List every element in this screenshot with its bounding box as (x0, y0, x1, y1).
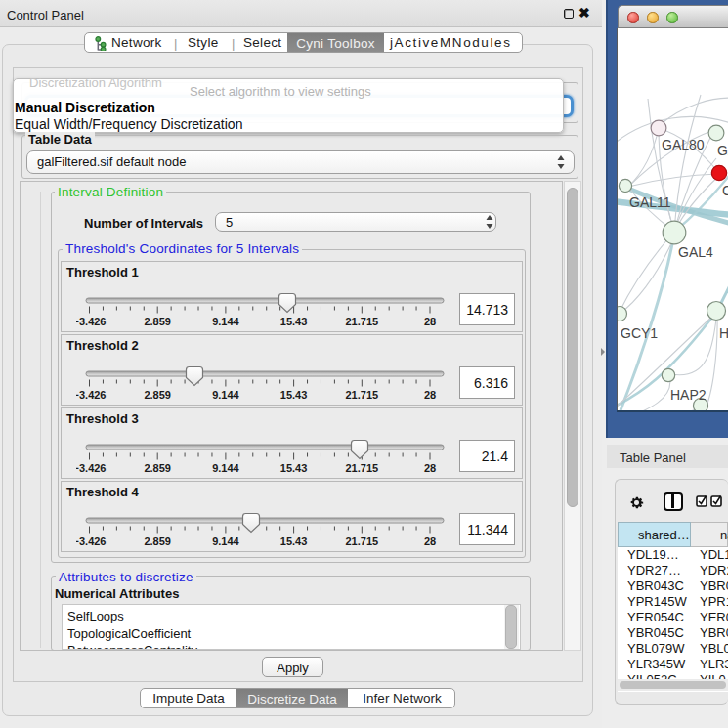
svg-text:GA: GA (717, 143, 728, 158)
svg-text:21.715: 21.715 (345, 389, 378, 401)
svg-text:21.715: 21.715 (345, 316, 378, 327)
svg-text:GCY1: GCY1 (621, 325, 658, 341)
svg-text:GAL4: GAL4 (678, 244, 713, 260)
svg-text:28: 28 (424, 535, 436, 547)
svg-text:−3.426: −3.426 (76, 316, 106, 327)
svg-text:9.144: 9.144 (212, 535, 239, 547)
svg-text:H: H (719, 325, 728, 341)
svg-text:21.715: 21.715 (345, 462, 378, 474)
svg-text:15.43: 15.43 (280, 316, 308, 327)
svg-text:2.859: 2.859 (144, 316, 171, 327)
svg-text:15.43: 15.43 (280, 462, 308, 474)
svg-text:28: 28 (424, 316, 436, 327)
svg-text:GAL11: GAL11 (629, 194, 671, 210)
svg-text:9.144: 9.144 (212, 389, 239, 401)
svg-text:28: 28 (424, 462, 436, 474)
svg-text:2.859: 2.859 (144, 389, 171, 401)
svg-text:GAL80: GAL80 (662, 137, 705, 152)
svg-text:15.43: 15.43 (280, 535, 308, 547)
svg-text:28: 28 (424, 389, 436, 401)
svg-text:2.859: 2.859 (144, 462, 171, 474)
svg-text:−3.426: −3.426 (76, 535, 106, 547)
svg-text:9.144: 9.144 (212, 316, 239, 327)
svg-text:2.859: 2.859 (144, 535, 171, 547)
svg-text:C: C (722, 183, 728, 198)
svg-text:15.43: 15.43 (280, 389, 308, 401)
svg-text:HAP2: HAP2 (670, 387, 707, 403)
svg-text:−3.426: −3.426 (76, 462, 106, 474)
svg-text:9.144: 9.144 (212, 462, 239, 474)
svg-text:−3.426: −3.426 (76, 389, 106, 401)
svg-text:21.715: 21.715 (345, 535, 378, 547)
